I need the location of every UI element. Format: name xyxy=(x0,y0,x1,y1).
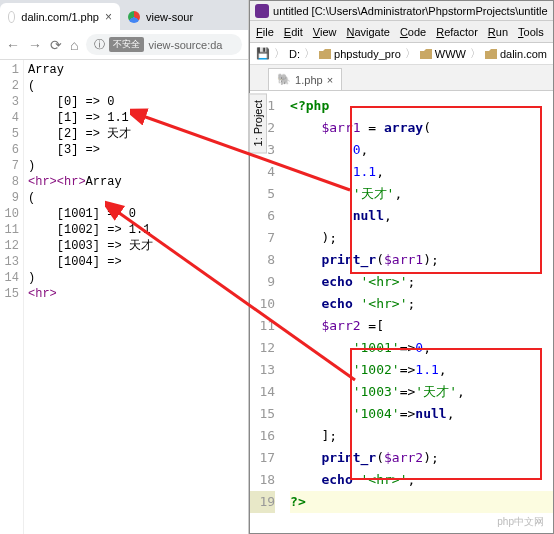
forward-icon[interactable]: → xyxy=(28,37,42,53)
menu-item[interactable]: Run xyxy=(488,26,508,38)
chevron-right-icon: 〉 xyxy=(274,46,285,61)
url-input[interactable]: ⓘ 不安全 view-source:da xyxy=(86,34,242,55)
ide-pane: untitled [C:\Users\Administrator\Phpstor… xyxy=(249,0,554,534)
project-toolwindow-tab[interactable]: 1: Project xyxy=(249,93,267,153)
menu-item[interactable]: View xyxy=(313,26,337,38)
watermark: php中文网 xyxy=(493,514,548,530)
info-icon: ⓘ xyxy=(94,37,105,52)
view-source: 123456789101112131415 Array( [0] => 0 [1… xyxy=(0,60,248,534)
line-gutter: 123456789101112131415 xyxy=(0,60,24,534)
ide-titlebar: untitled [C:\Users\Administrator\Phpstor… xyxy=(250,1,553,21)
browser-tab-active[interactable]: dalin.com/1.php × xyxy=(0,3,120,30)
reload-icon[interactable]: ⟳ xyxy=(50,37,62,53)
breadcrumb-item[interactable]: WWW xyxy=(420,48,466,60)
close-icon[interactable]: × xyxy=(327,74,333,86)
tab-title: dalin.com/1.php xyxy=(21,11,99,23)
menu-item[interactable]: Refactor xyxy=(436,26,478,38)
ide-title-text: untitled [C:\Users\Administrator\Phpstor… xyxy=(273,5,548,17)
breadcrumb-item[interactable]: dalin.com xyxy=(485,48,547,60)
tab-title: view-sour xyxy=(146,11,193,23)
editor-tabs: 🐘 1.php × xyxy=(250,65,553,91)
ide-menubar: FileEditViewNavigateCodeRefactorRunTools xyxy=(250,21,553,43)
menu-item[interactable]: Code xyxy=(400,26,426,38)
breadcrumb: 💾〉D:〉phpstudy_pro〉WWW〉dalin.com xyxy=(250,43,553,65)
home-icon[interactable]: ⌂ xyxy=(70,37,78,53)
editor-tab-name: 1.php xyxy=(295,74,323,86)
address-bar: ← → ⟳ ⌂ ⓘ 不安全 view-source:da xyxy=(0,30,248,60)
disk-icon: 💾 xyxy=(256,47,270,60)
source-code: Array( [0] => 0 [1] => 1.1 [2] => 天才 [3]… xyxy=(24,60,153,534)
editor-gutter: 12345678910111213141516171819 xyxy=(250,91,290,533)
page-icon xyxy=(8,11,15,23)
chrome-icon xyxy=(128,11,140,23)
menu-item[interactable]: Edit xyxy=(284,26,303,38)
breadcrumb-item[interactable]: phpstudy_pro xyxy=(319,48,401,60)
url-text: view-source:da xyxy=(148,39,222,51)
chevron-right-icon: 〉 xyxy=(405,46,416,61)
editor-tab-active[interactable]: 🐘 1.php × xyxy=(268,68,342,90)
editor-code: <?php $arr1 = array( 0, 1.1, '天才', null,… xyxy=(290,91,553,533)
insecure-badge: 不安全 xyxy=(109,37,144,52)
chevron-right-icon: 〉 xyxy=(470,46,481,61)
phpstorm-icon xyxy=(255,4,269,18)
chevron-right-icon: 〉 xyxy=(304,46,315,61)
menu-item[interactable]: File xyxy=(256,26,274,38)
close-icon[interactable]: × xyxy=(105,10,112,24)
browser-tabs: dalin.com/1.php × view-sour xyxy=(0,0,248,30)
browser-tab-inactive[interactable]: view-sour xyxy=(120,3,201,30)
browser-pane: dalin.com/1.php × view-sour ← → ⟳ ⌂ ⓘ 不安… xyxy=(0,0,249,534)
menu-item[interactable]: Navigate xyxy=(346,26,389,38)
php-file-icon: 🐘 xyxy=(277,73,291,86)
menu-item[interactable]: Tools xyxy=(518,26,544,38)
back-icon[interactable]: ← xyxy=(6,37,20,53)
breadcrumb-item[interactable]: D: xyxy=(289,48,300,60)
code-editor[interactable]: 12345678910111213141516171819 <?php $arr… xyxy=(250,91,553,533)
